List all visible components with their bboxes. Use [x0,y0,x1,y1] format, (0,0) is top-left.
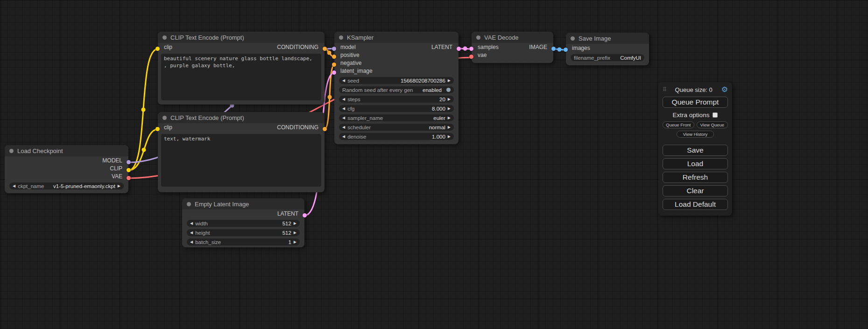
save-button[interactable]: Save [663,145,728,156]
toggle-dot-icon[interactable] [446,88,451,92]
input-pin-images[interactable] [564,48,568,52]
input-slot-clip: clip [164,44,172,50]
increment-arrow-icon[interactable]: ▶ [294,222,296,225]
ckpt-name-widget[interactable]: ◀ ckpt_name v1-5-pruned-emaonly.ckpt ▶ [9,182,124,189]
increment-arrow-icon[interactable]: ▶ [448,107,451,111]
widget-value: 1 [288,239,291,245]
history-button-row: View History [663,131,728,138]
input-pin-positive[interactable] [332,55,336,59]
node-load-checkpoint[interactable]: Load Checkpoint MODEL CLIP VAE ◀ ckpt_na… [5,145,128,193]
negative-prompt-textarea[interactable]: text, watermark [161,134,321,187]
decrement-arrow-icon[interactable]: ◀ [342,98,345,101]
steps-widget[interactable]: ◀ steps 20 ▶ [339,96,454,103]
decrement-arrow-icon[interactable]: ◀ [190,240,193,244]
output-pin-conditioning[interactable] [323,127,327,131]
denoise-widget[interactable]: ◀ denoise 1.000 ▶ [339,133,454,140]
cfg-widget[interactable]: ◀ cfg 8.000 ▶ [339,105,454,112]
collapse-dot-icon[interactable] [476,35,480,40]
view-queue-button[interactable]: View Queue [697,121,728,128]
increment-arrow-icon[interactable]: ▶ [118,184,120,188]
drag-handle-icon[interactable]: ⠿ [663,86,666,93]
decrement-arrow-icon[interactable]: ◀ [190,231,193,235]
settings-gear-icon[interactable]: ⚙ [721,86,728,93]
increment-arrow-icon[interactable]: ▶ [448,126,451,129]
filename-prefix-widget[interactable]: filename_prefix ComfyUI [571,54,644,61]
view-history-button[interactable]: View History [677,131,714,138]
node-titlebar[interactable]: CLIP Text Encode (Prompt) [158,32,325,43]
width-widget[interactable]: ◀ width 512 ▶ [187,220,300,227]
output-slot-conditioning: CONDITIONING [277,44,318,50]
collapse-dot-icon[interactable] [162,116,167,120]
node-titlebar[interactable]: Load Checkpoint [5,145,128,156]
load-default-button[interactable]: Load Default [663,199,728,210]
input-pin-model[interactable] [332,47,336,51]
node-ksampler[interactable]: KSampler model LATENT positive negative … [334,32,459,144]
collapse-dot-icon[interactable] [571,36,575,41]
node-titlebar[interactable]: CLIP Text Encode (Prompt) [158,112,325,123]
clear-button[interactable]: Clear [663,185,728,196]
input-pin-clip[interactable] [155,127,160,131]
node-vae-decode[interactable]: VAE Decode samples IMAGE vae [472,32,553,63]
output-pin-model[interactable] [127,160,131,164]
batch-size-widget[interactable]: ◀ batch_size 1 ▶ [187,238,300,245]
node-titlebar[interactable]: KSampler [334,32,459,43]
increment-arrow-icon[interactable]: ▶ [294,240,296,244]
load-button[interactable]: Load [663,158,728,169]
collapse-dot-icon[interactable] [9,149,14,153]
input-pin-samples[interactable] [469,47,473,51]
output-pin-clip[interactable] [127,168,131,172]
increment-arrow-icon[interactable]: ▶ [448,98,451,101]
input-slot-positive: positive [334,51,459,59]
decrement-arrow-icon[interactable]: ◀ [342,135,345,139]
node-clip-text-encode-negative[interactable]: CLIP Text Encode (Prompt) clip CONDITION… [158,112,325,192]
decrement-arrow-icon[interactable]: ◀ [342,126,345,129]
comfy-menu-panel[interactable]: ⠿ Queue size: 0 ⚙ Queue Prompt Extra opt… [658,82,732,216]
node-clip-text-encode-positive[interactable]: CLIP Text Encode (Prompt) clip CONDITION… [158,32,325,105]
output-pin-latent[interactable] [303,213,307,217]
menu-header: ⠿ Queue size: 0 ⚙ [663,85,728,94]
increment-arrow-icon[interactable]: ▶ [448,79,451,83]
node-empty-latent-image[interactable]: Empty Latent Image LATENT ◀ width 512 ▶ … [182,198,304,247]
node-save-image[interactable]: Save Image images filename_prefix ComfyU… [566,33,649,65]
input-slot-images: images [566,44,649,52]
input-pin-negative[interactable] [332,63,336,67]
node-titlebar[interactable]: Empty Latent Image [182,198,304,210]
output-pin-latent[interactable] [457,47,461,51]
wire-midpoint-dot [328,95,332,99]
increment-arrow-icon[interactable]: ▶ [448,116,451,120]
widget-value: 20 [439,97,445,102]
node-titlebar[interactable]: Save Image [566,33,649,44]
sampler-name-widget[interactable]: ◀ sampler_name euler ▶ [339,114,454,121]
output-pin-vae[interactable] [127,176,131,180]
extra-options-checkbox[interactable] [713,112,718,118]
increment-arrow-icon[interactable]: ▶ [294,231,296,235]
decrement-arrow-icon[interactable]: ◀ [342,79,345,83]
collapse-dot-icon[interactable] [339,35,343,40]
widget-value: euler [433,115,445,121]
collapse-dot-icon[interactable] [187,202,191,206]
widget-value: 8.000 [432,106,445,112]
positive-prompt-textarea[interactable]: beautiful scenery nature glass bottle la… [161,54,321,100]
decrement-arrow-icon[interactable]: ◀ [342,116,345,120]
menu-spacer [663,138,728,142]
height-widget[interactable]: ◀ height 512 ▶ [187,229,300,236]
input-pin-clip[interactable] [155,47,160,51]
scheduler-widget[interactable]: ◀ scheduler normal ▶ [339,124,454,131]
wire-midpoint-dot [142,148,146,152]
input-pin-vae[interactable] [469,55,473,59]
input-pin-latent-image[interactable] [332,70,336,75]
output-pin-image[interactable] [551,47,556,51]
queue-front-button[interactable]: Queue Front [663,121,694,128]
queue-prompt-button[interactable]: Queue Prompt [663,97,728,108]
increment-arrow-icon[interactable]: ▶ [448,135,451,139]
refresh-button[interactable]: Refresh [663,172,728,183]
decrement-arrow-icon[interactable]: ◀ [13,184,15,188]
random-seed-toggle[interactable]: Random seed after every gen enabled [339,86,454,93]
decrement-arrow-icon[interactable]: ◀ [342,107,345,111]
seed-widget[interactable]: ◀ seed 156680208700286 ▶ [339,77,454,84]
output-pin-conditioning[interactable] [323,47,327,51]
collapse-dot-icon[interactable] [162,35,167,40]
decrement-arrow-icon[interactable]: ◀ [190,222,193,225]
node-graph-canvas[interactable]: Load Checkpoint MODEL CLIP VAE ◀ ckpt_na… [0,0,868,329]
node-titlebar[interactable]: VAE Decode [472,32,553,43]
